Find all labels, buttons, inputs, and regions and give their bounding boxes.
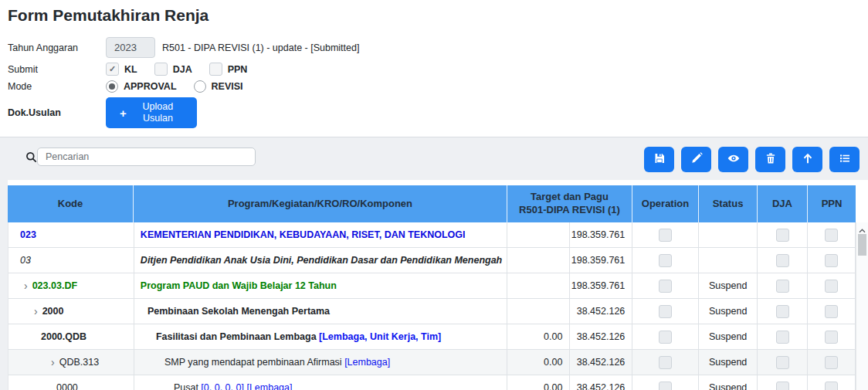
edit-icon xyxy=(690,151,704,168)
vertical-scrollbar[interactable] xyxy=(856,222,868,390)
row-program-text: Pusat xyxy=(174,382,201,390)
dja-checkbox[interactable] xyxy=(154,63,168,76)
kl-checkbox[interactable] xyxy=(106,63,119,76)
row-program-text: Ditjen Pendidikan Anak Usia Dini, Pendid… xyxy=(141,255,502,266)
dja-row-checkbox xyxy=(776,280,789,293)
cell-target: 0.00 xyxy=(507,375,570,390)
table-body-rows: 023KEMENTERIAN PENDIDIKAN, KEBUDAYAAN, R… xyxy=(8,222,856,390)
submit-label: Submit xyxy=(8,64,106,75)
cell-dja-row-checkbox xyxy=(758,222,808,247)
cell-status: Suspend xyxy=(699,273,758,298)
cell-target: 0.00 xyxy=(507,350,570,375)
cell-dja-row-checkbox xyxy=(758,299,808,324)
grid-table: Kode Program/Kegiatan/KRO/RO/Komponen Ta… xyxy=(8,180,868,390)
cell-kode: 03 xyxy=(8,248,134,273)
ppn-row-checkbox xyxy=(825,280,838,293)
cell-operation-checkbox xyxy=(632,273,699,298)
ppn-row-checkbox xyxy=(825,356,838,369)
row-program-link[interactable]: [0, 0, 0, 0] xyxy=(201,382,244,390)
list-button[interactable] xyxy=(829,147,860,172)
chevron-right-icon[interactable]: › xyxy=(24,280,28,291)
cell-dja-row-checkbox xyxy=(758,350,808,375)
revision-info: R501 - DIPA REVISI (1) - update - [Submi… xyxy=(162,42,359,53)
search-icon xyxy=(25,151,37,165)
cell-operation-checkbox xyxy=(632,375,699,390)
tahun-anggaran-label: Tahun Anggaran xyxy=(8,42,106,53)
tahun-anggaran-row: Tahun Anggaran R501 - DIPA REVISI (1) - … xyxy=(8,37,859,58)
plus-icon: + xyxy=(110,107,134,120)
approval-radio-label: APPROVAL xyxy=(124,81,177,92)
row-program-text: SMP yang mendapat pembinaan Afirmasi xyxy=(164,357,344,368)
cell-ppn-row-checkbox xyxy=(808,248,856,273)
cell-kode: ›023.03.DF xyxy=(8,273,134,298)
cell-status xyxy=(699,248,758,273)
ppn-row-checkbox xyxy=(825,305,838,318)
cell-pagu: 198.359.761 xyxy=(570,248,632,273)
row-program-link[interactable]: [Lembaga, Unit Kerja, Tim] xyxy=(319,331,441,342)
cell-kode: 2000.QDB xyxy=(8,324,134,349)
cell-target xyxy=(507,299,570,324)
dja-checkbox-label: DJA xyxy=(173,64,192,75)
scrollbar-thumb[interactable] xyxy=(858,234,866,256)
ppn-checkbox[interactable] xyxy=(209,63,222,76)
ppn-checkbox-label: PPN xyxy=(228,64,248,75)
cell-ppn-row-checkbox xyxy=(808,375,856,390)
toolbar-buttons xyxy=(644,147,860,172)
operation-checkbox xyxy=(659,356,672,369)
chevron-right-icon[interactable]: › xyxy=(34,306,38,317)
cell-program: SMP yang mendapat pembinaan Afirmasi [Le… xyxy=(134,350,508,375)
operation-checkbox xyxy=(659,280,672,293)
table-row: ›2000Pembinaan Sekolah Menengah Pertama3… xyxy=(8,299,856,324)
header-dja: DJA xyxy=(758,185,808,222)
row-program-text: Pembinaan Sekolah Menengah Pertama xyxy=(147,306,330,317)
cell-pagu: 38.452.126 xyxy=(570,324,632,349)
table-row: 0000Pusat [0, 0, 0, 0] [Lembaga]0.0038.4… xyxy=(8,375,856,390)
dja-row-checkbox xyxy=(776,356,789,369)
operation-checkbox xyxy=(659,305,672,318)
mode-label: Mode xyxy=(8,81,106,92)
cell-ppn-row-checkbox xyxy=(808,299,856,324)
approval-radio[interactable] xyxy=(106,80,118,93)
search-input[interactable] xyxy=(37,148,256,166)
revisi-radio-label: REVISI xyxy=(212,81,243,92)
ppn-row-checkbox xyxy=(825,382,838,390)
cell-status: Suspend xyxy=(699,299,758,324)
cell-ppn-row-checkbox xyxy=(808,273,856,298)
submit-row: Submit KL DJA PPN xyxy=(8,63,859,76)
cell-program: Pusat [0, 0, 0, 0] [Lembaga] xyxy=(134,375,508,390)
dok-usulan-row: Dok.Usulan + Upload Usulan xyxy=(8,97,859,128)
upload-icon xyxy=(801,151,815,168)
cell-operation-checkbox xyxy=(632,222,699,247)
cell-operation-checkbox xyxy=(632,324,699,349)
dja-row-checkbox xyxy=(776,254,789,267)
delete-button[interactable] xyxy=(755,147,785,172)
edit-button[interactable] xyxy=(681,147,711,172)
row-kode: 023.03.DF xyxy=(32,280,77,291)
cell-status: Suspend xyxy=(699,324,758,349)
cell-program: Pembinaan Sekolah Menengah Pertama xyxy=(134,299,508,324)
ppn-row-checkbox xyxy=(825,229,838,242)
save-button[interactable] xyxy=(644,147,674,172)
cell-program: Ditjen Pendidikan Anak Usia Dini, Pendid… xyxy=(134,248,508,273)
chevron-right-icon[interactable]: › xyxy=(51,357,55,368)
upload-usulan-button[interactable]: + Upload Usulan xyxy=(106,97,197,128)
view-icon xyxy=(727,151,741,168)
header-program: Program/Kegiatan/KRO/RO/Komponen xyxy=(134,185,507,222)
row-kode[interactable]: 023 xyxy=(20,229,36,240)
table-row: 03Ditjen Pendidikan Anak Usia Dini, Pend… xyxy=(8,248,856,273)
cell-kode: ›2000 xyxy=(8,299,134,324)
row-program-link[interactable]: [Lembaga] xyxy=(246,382,292,390)
view-button[interactable] xyxy=(718,147,748,172)
revisi-radio[interactable] xyxy=(194,80,206,93)
row-program-link[interactable]: [Lembaga] xyxy=(344,357,390,368)
row-kode: 0000 xyxy=(56,382,78,390)
cell-pagu: 38.452.126 xyxy=(570,375,632,390)
cell-ppn-row-checkbox xyxy=(808,324,856,349)
dok-usulan-label: Dok.Usulan xyxy=(8,107,106,118)
cell-pagu: 198.359.761 xyxy=(570,222,632,247)
cell-kode: ›QDB.313 xyxy=(8,350,134,375)
dja-row-checkbox xyxy=(776,382,789,390)
grid-toolbar xyxy=(8,137,868,180)
cell-target xyxy=(507,222,570,247)
upload-button[interactable] xyxy=(792,147,822,172)
